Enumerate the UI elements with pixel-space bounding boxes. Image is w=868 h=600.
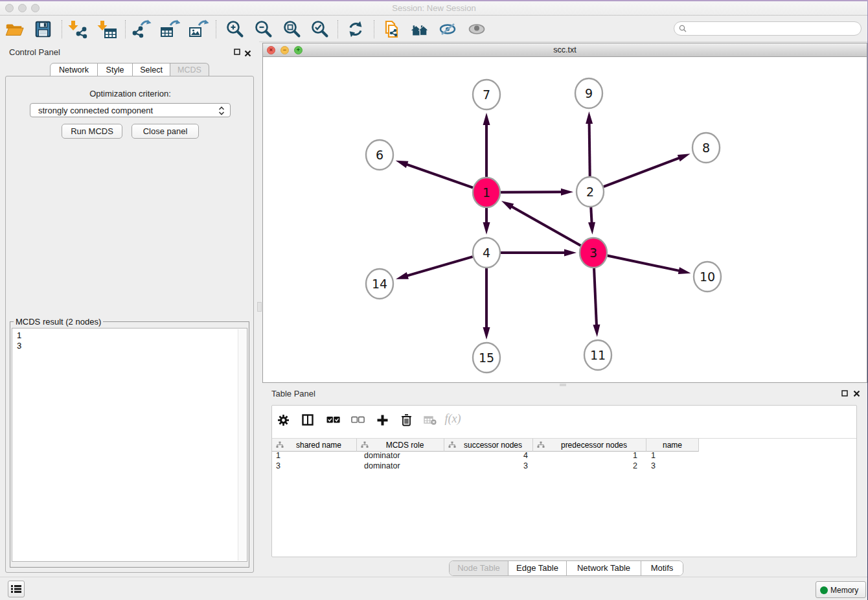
node-3[interactable]: 3 [580,238,607,268]
node-15[interactable]: 15 [473,343,500,373]
network-canvas[interactable]: 7968124314101511 [262,57,867,383]
node-10[interactable]: 10 [694,262,721,292]
refresh-icon [345,19,366,39]
table-settings-button[interactable] [276,410,290,430]
edge-3-1[interactable] [501,201,580,246]
minimize-window-button[interactable] [18,4,27,12]
network-close-button[interactable]: × [267,46,275,54]
close-panel-icon[interactable] [244,50,251,57]
edge-4-3[interactable] [501,249,577,257]
delete-column-button[interactable] [399,410,413,430]
table-row[interactable]: 1dominator411 [272,451,856,461]
function-builder-button[interactable]: f(x) [443,408,463,429]
float-panel-icon[interactable] [234,49,240,55]
tab-network-table[interactable]: Network Table [567,561,641,575]
tab-motifs[interactable]: Motifs [641,561,683,575]
network-minimize-button[interactable]: − [280,46,289,54]
edge-1-2[interactable] [501,189,573,196]
hide-graphics-details-button[interactable] [438,19,459,40]
edge-2-8[interactable] [604,154,691,187]
close-window-button[interactable] [5,4,14,12]
close-panel-button[interactable]: Close panel [131,124,199,139]
add-column-button[interactable] [374,410,390,430]
column-header-shared-name[interactable]: shared name [272,439,357,452]
unchecked-boxes-icon [351,416,365,424]
zoom-selected-button[interactable] [309,19,330,40]
tab-network[interactable]: Network [50,63,98,77]
node-9[interactable]: 9 [575,78,602,108]
eye-icon [466,19,487,39]
copy-style-button[interactable] [381,19,402,40]
tab-node-table[interactable]: Node Table [450,561,508,575]
show-overview-button[interactable] [409,19,430,40]
node-6[interactable]: 6 [366,140,393,170]
show-graphics-details-button[interactable] [466,19,487,40]
edge-1-6[interactable] [396,161,473,188]
column-header-predecessor-nodes[interactable]: predecessor nodes [533,439,646,452]
zoom-window-button[interactable] [31,4,40,12]
column-header-successor-nodes[interactable]: successor nodes [444,439,533,452]
svg-text:9: 9 [585,86,593,100]
node-4[interactable]: 4 [473,238,500,268]
delete-table-button[interactable] [423,410,437,430]
splitter-handle[interactable] [560,384,566,386]
edge-3-11[interactable] [593,268,600,337]
import-table-button[interactable] [97,19,117,40]
node-8[interactable]: 8 [692,133,720,163]
hierarchy-icon [448,441,456,448]
table-cell: 1 [533,451,646,461]
criterion-select[interactable]: strongly connected component [30,103,231,117]
node-2[interactable]: 2 [577,177,604,207]
svg-text:6: 6 [376,148,383,162]
column-header-mcds-role[interactable]: MCDS role [357,439,444,452]
import-network-icon [67,19,88,39]
tab-select[interactable]: Select [133,63,170,77]
status-bar: Memory [0,577,868,600]
vertical-splitter-handle[interactable] [257,302,262,312]
mcds-result-list[interactable]: 13 [12,328,247,562]
edge-2-3[interactable] [588,207,595,235]
edge-4-15[interactable] [483,268,490,340]
open-session-button[interactable] [4,19,25,40]
node-14[interactable]: 14 [366,269,393,299]
tab-mcds[interactable]: MCDS [170,63,209,77]
select-all-columns-button[interactable] [325,410,341,430]
svg-text:10: 10 [700,270,715,284]
export-image-button[interactable] [188,19,209,40]
refresh-layout-button[interactable] [345,19,366,40]
edge-3-10[interactable] [608,256,691,275]
node-1[interactable]: 1 [473,178,500,207]
float-table-panel-icon[interactable] [841,390,848,397]
zoom-out-button[interactable] [253,19,273,40]
export-network-button[interactable] [131,19,152,40]
import-network-button[interactable] [67,19,88,40]
save-session-button[interactable] [32,19,53,40]
run-mcds-button[interactable]: Run MCDS [62,124,122,139]
edge-1-4[interactable] [483,208,490,235]
node-7[interactable]: 7 [473,80,500,110]
hierarchy-icon [276,441,284,448]
zoom-in-button[interactable] [224,19,245,40]
node-11[interactable]: 11 [584,340,611,370]
task-list-button[interactable] [8,581,25,597]
window-titlebar: Session: New Session [0,1,868,16]
edge-1-7[interactable] [483,113,490,177]
search-input[interactable] [674,21,862,36]
edge-2-9[interactable] [586,111,593,176]
column-header-name[interactable]: name [646,439,699,452]
close-table-panel-icon[interactable] [853,390,860,397]
deselect-all-columns-button[interactable] [350,410,365,430]
tab-style[interactable]: Style [98,63,133,77]
houses-icon [409,19,430,39]
export-table-button[interactable] [159,19,180,40]
column-layout-button[interactable] [301,410,315,430]
tab-edge-table[interactable]: Edge Table [508,561,567,575]
zoom-fit-button[interactable] [281,19,302,40]
result-scrollbar[interactable] [238,329,246,560]
edge-4-14[interactable] [396,257,473,279]
svg-text:2: 2 [586,185,594,199]
memory-button[interactable]: Memory [816,581,866,598]
network-zoom-button[interactable]: + [294,46,303,54]
table-cell: 3 [272,461,357,472]
table-row[interactable]: 3dominator323 [272,461,856,472]
